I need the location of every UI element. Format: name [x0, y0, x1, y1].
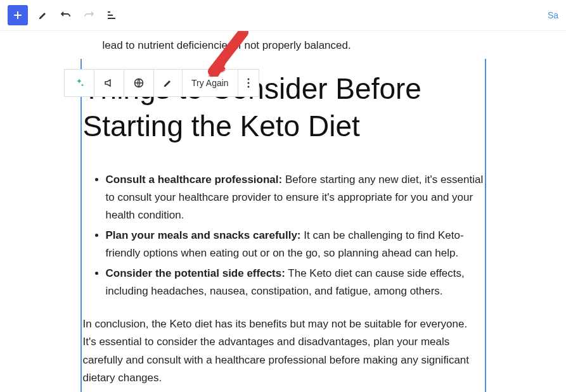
list-item-lead: Consult a healthcare professional: — [106, 174, 283, 186]
ai-floating-toolbar: Try Again — [64, 69, 259, 97]
list-item-lead: Plan your meals and snacks carefully: — [106, 229, 301, 241]
more-options-button[interactable] — [238, 70, 259, 96]
conclusion-paragraph[interactable]: In conclusion, the Keto diet has its ben… — [82, 315, 485, 386]
add-block-button[interactable] — [8, 5, 28, 25]
selected-block[interactable]: Things to Consider Before Starting the K… — [80, 59, 486, 393]
edit-icon[interactable] — [35, 8, 51, 23]
try-again-button[interactable]: Try Again — [183, 70, 238, 96]
list-item[interactable]: Plan your meals and snacks carefully: It… — [106, 227, 485, 262]
partial-previous-text[interactable]: lead to nutrient deficiencies if not pro… — [80, 37, 486, 59]
ai-sparkle-button[interactable] — [65, 70, 94, 96]
svg-point-2 — [247, 79, 249, 80]
pencil-button[interactable] — [154, 70, 183, 96]
list-item[interactable]: Consult a healthcare professional: Befor… — [106, 171, 485, 224]
announce-button[interactable] — [94, 70, 124, 96]
save-link[interactable]: Sa — [548, 10, 558, 20]
outline-icon[interactable] — [104, 8, 119, 23]
editor-area: Try Again lead to nutrient deficiencies … — [0, 31, 566, 392]
svg-point-4 — [247, 86, 249, 88]
bullet-list[interactable]: Consult a healthcare professional: Befor… — [82, 171, 485, 300]
svg-point-3 — [247, 82, 249, 84]
list-item-lead: Consider the potential side effects: — [106, 267, 285, 279]
redo-icon[interactable] — [81, 8, 96, 23]
undo-icon[interactable] — [58, 8, 74, 23]
top-toolbar: Sa — [0, 0, 566, 31]
list-item[interactable]: Consider the potential side effects: The… — [106, 265, 485, 300]
globe-button[interactable] — [124, 70, 154, 96]
